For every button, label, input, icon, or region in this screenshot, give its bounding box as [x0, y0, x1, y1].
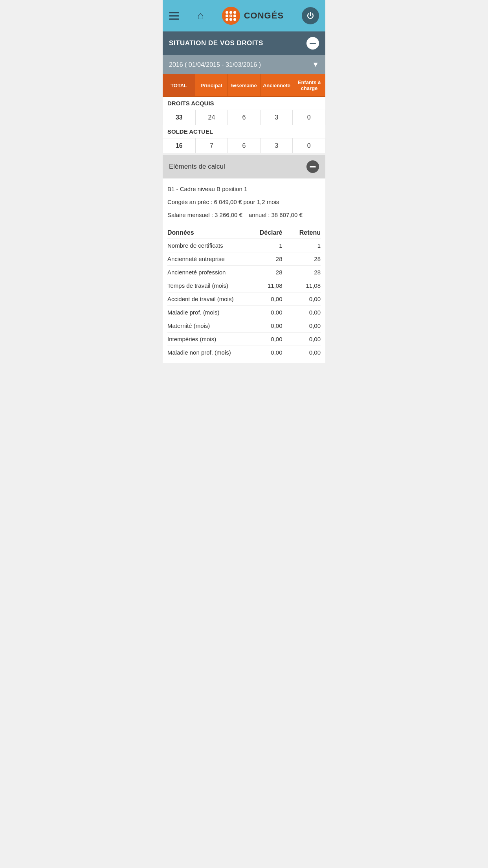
droits-acquis-5semaine: 6: [228, 110, 261, 125]
td-declare-7: 0,00: [244, 336, 283, 342]
elements-calcul-title: Eléments de calcul: [169, 163, 225, 171]
tab-enfants-charge[interactable]: Enfants à charge: [293, 74, 325, 96]
td-declare-6: 0,00: [244, 322, 283, 329]
table-row: Maternité (mois) 0,00 0,00: [167, 319, 321, 333]
solde-actuel-section: SOLDE ACTUEL 16 7 6 3 0: [163, 125, 325, 153]
td-declare-3: 11,08: [244, 282, 283, 289]
td-retenu-3: 11,08: [283, 282, 321, 289]
data-table: Données Déclaré Retenu Nombre de certifi…: [163, 225, 325, 363]
droits-acquis-section: DROITS ACQUIS 33 24 6 3 0: [163, 97, 325, 125]
salaire-annuel: annuel : 38 607,00 €: [249, 211, 303, 219]
td-retenu-8: 0,00: [283, 349, 321, 356]
td-label-3: Temps de travail (mois): [167, 282, 244, 289]
section-collapse-button[interactable]: [306, 37, 319, 50]
droits-acquis-principal: 24: [196, 110, 228, 125]
info-section: B1 - Cadre niveau B position 1 Congés an…: [163, 178, 325, 225]
solde-actuel-label: SOLDE ACTUEL: [163, 125, 325, 138]
tab-principal[interactable]: Principal: [195, 74, 228, 96]
tab-5e-semaine[interactable]: 5e semaine: [228, 74, 261, 96]
table-row: Maladie non prof. (mois) 0,00 0,00: [167, 346, 321, 359]
td-label-7: Intempéries (mois): [167, 336, 244, 342]
table-row: Ancienneté entreprise 28 28: [167, 252, 321, 266]
year-selector-text: 2016 ( 01/04/2015 - 31/03/2016 ): [169, 61, 261, 68]
td-retenu-7: 0,00: [283, 336, 321, 342]
td-label-0: Nombre de certificats: [167, 242, 244, 249]
table-row: Accident de travail (mois) 0,00 0,00: [167, 292, 321, 306]
td-label-4: Accident de travail (mois): [167, 296, 244, 302]
droits-acquis-enfants: 0: [293, 110, 325, 125]
section-header: SITUATION DE VOS DROITS: [163, 31, 325, 55]
section-header-title: SITUATION DE VOS DROITS: [169, 39, 263, 47]
td-declare-1: 28: [244, 256, 283, 262]
tabs-row: TOTAL Principal 5e semaine Ancienneté En…: [163, 74, 325, 97]
salaire-info-line: Salaire mensuel : 3 266,00 € annuel : 38…: [167, 208, 321, 221]
page-title: CONGÉS: [244, 11, 284, 21]
table-row: Intempéries (mois) 0,00 0,00: [167, 333, 321, 346]
app-logo: [222, 7, 240, 25]
td-label-2: Ancienneté profession: [167, 269, 244, 276]
td-label-6: Maternité (mois): [167, 322, 244, 329]
minus-icon: [310, 43, 316, 44]
droits-acquis-total: 33: [163, 110, 196, 125]
table-header-row: Données Déclaré Retenu: [167, 225, 321, 239]
header-center: CONGÉS: [222, 7, 284, 25]
minus-dark-icon: [310, 166, 316, 167]
td-label-8: Maladie non prof. (mois): [167, 349, 244, 356]
droits-acquis-row: 33 24 6 3 0: [163, 110, 325, 125]
col-retenu: Retenu: [283, 229, 321, 236]
td-retenu-2: 28: [283, 269, 321, 276]
td-declare-5: 0,00: [244, 309, 283, 316]
td-retenu-4: 0,00: [283, 296, 321, 302]
power-icon: [306, 11, 315, 20]
tab-anciennete[interactable]: Ancienneté: [261, 74, 293, 96]
table-row: Maladie prof. (mois) 0,00 0,00: [167, 306, 321, 319]
td-label-5: Maladie prof. (mois): [167, 309, 244, 316]
salaire-mensuel: Salaire mensuel : 3 266,00 €: [167, 211, 242, 219]
td-declare-4: 0,00: [244, 296, 283, 302]
solde-actuel-total: 16: [163, 138, 196, 153]
td-label-1: Ancienneté entreprise: [167, 256, 244, 262]
power-button[interactable]: [302, 7, 319, 24]
solde-actuel-5semaine: 6: [228, 138, 261, 153]
col-declare: Déclaré: [244, 229, 283, 236]
solde-actuel-anciennete: 3: [261, 138, 293, 153]
menu-icon[interactable]: [169, 12, 179, 20]
elements-calcul-collapse-button[interactable]: [306, 160, 319, 173]
tab-total[interactable]: TOTAL: [163, 74, 195, 96]
table-row: Temps de travail (mois) 11,08 11,08: [167, 279, 321, 292]
logo-dots: [226, 11, 237, 21]
solde-actuel-enfants: 0: [293, 138, 325, 153]
droits-acquis-anciennete: 3: [261, 110, 293, 125]
elements-calcul-header[interactable]: Eléments de calcul: [163, 155, 325, 178]
col-donnees: Données: [167, 229, 244, 236]
td-declare-2: 28: [244, 269, 283, 276]
td-retenu-0: 1: [283, 242, 321, 249]
td-declare-0: 1: [244, 242, 283, 249]
td-retenu-1: 28: [283, 256, 321, 262]
year-selector[interactable]: 2016 ( 01/04/2015 - 31/03/2016 ) ▼: [163, 55, 325, 74]
table-row: Ancienneté profession 28 28: [167, 266, 321, 279]
table-row: Nombre de certificats 1 1: [167, 239, 321, 252]
table-body: Nombre de certificats 1 1 Ancienneté ent…: [167, 239, 321, 359]
td-retenu-5: 0,00: [283, 309, 321, 316]
cadre-info-line: B1 - Cadre niveau B position 1: [167, 182, 321, 195]
home-icon[interactable]: ⌂: [197, 9, 204, 22]
app-header: ⌂ CONGÉS: [163, 0, 325, 31]
solde-actuel-row: 16 7 6 3 0: [163, 138, 325, 153]
solde-actuel-principal: 7: [196, 138, 228, 153]
droits-acquis-label: DROITS ACQUIS: [163, 97, 325, 110]
td-retenu-6: 0,00: [283, 322, 321, 329]
td-declare-8: 0,00: [244, 349, 283, 356]
dropdown-arrow-icon: ▼: [312, 61, 319, 69]
conges-info-line: Congés an préc : 6 049,00 € pour 1,2 moi…: [167, 195, 321, 208]
